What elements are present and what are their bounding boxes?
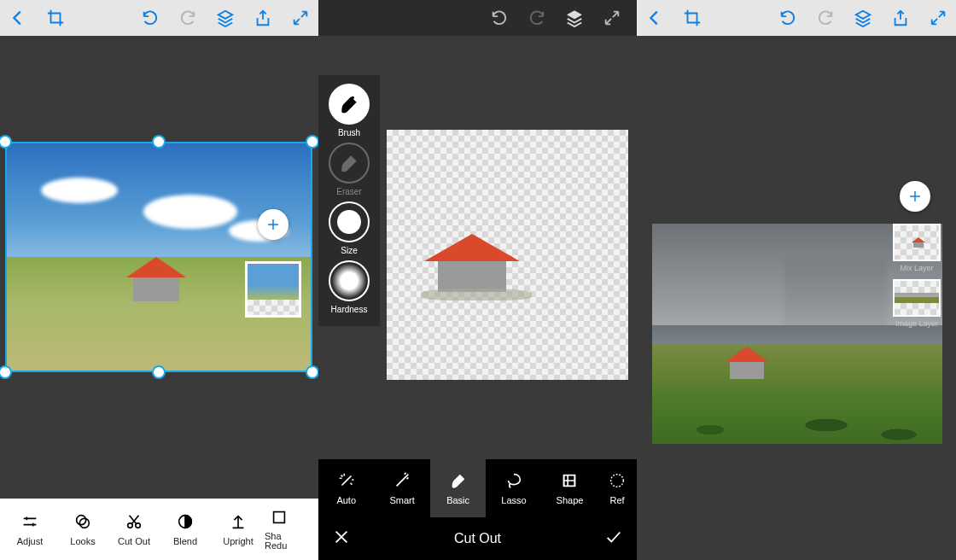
selection-handle-top-right[interactable]	[306, 135, 318, 149]
cutout-mode-bar: Auto Smart Basic Lasso Shape Ref	[318, 459, 637, 517]
mode-lasso[interactable]: Lasso	[486, 459, 541, 517]
cutout-tool[interactable]: Cut Out	[109, 512, 159, 546]
svg-rect-5	[274, 512, 285, 523]
image-layer-label: Image Layer	[895, 319, 938, 328]
size-tool[interactable]: Size	[318, 201, 380, 255]
brush-tool[interactable]: Brush	[318, 84, 380, 137]
redo-icon[interactable]	[528, 9, 546, 27]
hardness-tool[interactable]: Hardness	[318, 260, 380, 314]
top-toolbar	[637, 0, 956, 36]
mode-auto[interactable]: Auto	[318, 459, 374, 517]
mode-smart-label: Smart	[389, 495, 414, 505]
size-label: Size	[341, 246, 357, 255]
adjust-tool[interactable]: Adjust	[3, 512, 56, 546]
layers-icon[interactable]	[216, 9, 235, 27]
panel-composite-view: Mix Layer Image Layer	[637, 0, 956, 560]
blend-label: Blend	[173, 536, 197, 546]
selected-image-canvas[interactable]	[5, 142, 312, 372]
selection-handle-bottom-left[interactable]	[0, 365, 12, 379]
mode-refine-label: Ref	[610, 495, 625, 505]
cutout-title: Cut Out	[454, 531, 501, 546]
layers-icon[interactable]	[854, 9, 872, 27]
panel-cutout-editor: Brush Eraser Size Hardness Auto Smart B	[318, 0, 637, 560]
selection-handle-top-mid[interactable]	[152, 135, 166, 149]
selection-handle-bottom-mid[interactable]	[152, 365, 166, 379]
cutout-label: Cut Out	[118, 536, 150, 546]
cutout-canvas[interactable]	[387, 130, 628, 380]
panel-select-canvas: Adjust Looks Cut Out Blend Upright Sha R…	[0, 0, 318, 560]
layer-stack: Mix Layer Image Layer	[893, 224, 941, 328]
top-toolbar-dark	[318, 0, 637, 36]
adjust-label: Adjust	[17, 536, 44, 546]
mode-smart[interactable]: Smart	[374, 459, 429, 517]
confirm-button[interactable]	[604, 528, 623, 550]
layers-icon[interactable]	[565, 9, 584, 27]
house-graphic	[126, 254, 186, 301]
looks-label: Looks	[70, 536, 95, 546]
redo-icon[interactable]	[178, 9, 197, 27]
mode-auto-label: Auto	[336, 495, 356, 505]
eraser-tool[interactable]: Eraser	[318, 143, 380, 196]
svg-point-7	[611, 475, 624, 487]
bottom-toolbar: Adjust Looks Cut Out Blend Upright Sha R…	[0, 499, 318, 560]
hardness-label: Hardness	[331, 305, 368, 314]
mix-layer-label: Mix Layer	[900, 264, 933, 272]
mode-refine[interactable]: Ref	[598, 459, 637, 517]
undo-icon[interactable]	[141, 9, 160, 27]
selection-handle-bottom-right[interactable]	[306, 365, 318, 379]
cancel-button[interactable]	[332, 528, 351, 550]
shake-reduction-tool[interactable]: Sha Redu	[265, 508, 294, 551]
add-layer-button[interactable]	[258, 209, 289, 240]
redo-icon[interactable]	[816, 9, 835, 27]
mode-lasso-label: Lasso	[501, 495, 526, 505]
upright-tool[interactable]: Upright	[212, 512, 265, 546]
brush-label: Brush	[338, 128, 360, 137]
expand-icon[interactable]	[291, 9, 310, 27]
mode-shape[interactable]: Shape	[542, 459, 598, 517]
cutout-foreground	[421, 232, 523, 300]
expand-icon[interactable]	[603, 9, 621, 27]
upright-label: Upright	[223, 536, 253, 546]
undo-icon[interactable]	[490, 9, 509, 27]
looks-tool[interactable]: Looks	[56, 512, 109, 546]
cutout-title-bar: Cut Out	[318, 517, 637, 560]
undo-icon[interactable]	[778, 9, 797, 27]
shake-label-2: Redu	[265, 541, 287, 551]
brush-tool-column: Brush Eraser Size Hardness	[318, 75, 380, 326]
back-icon[interactable]	[9, 9, 27, 27]
mix-layer-card[interactable]: Mix Layer	[893, 224, 941, 272]
share-icon[interactable]	[891, 9, 910, 27]
add-layer-button[interactable]	[900, 181, 930, 212]
svg-point-6	[352, 96, 354, 99]
mode-basic-label: Basic	[446, 495, 469, 505]
pasted-house	[725, 343, 769, 379]
blend-tool[interactable]: Blend	[159, 512, 212, 546]
expand-icon[interactable]	[929, 9, 947, 27]
mode-basic[interactable]: Basic	[430, 459, 486, 517]
layer-thumbnail[interactable]	[245, 261, 301, 318]
top-toolbar	[0, 0, 318, 36]
crop-icon[interactable]	[683, 9, 702, 27]
share-icon[interactable]	[254, 9, 272, 27]
mode-shape-label: Shape	[557, 495, 584, 505]
eraser-label: Eraser	[336, 187, 361, 196]
crop-icon[interactable]	[46, 9, 65, 27]
image-layer-card[interactable]: Image Layer	[893, 279, 941, 328]
back-icon[interactable]	[645, 9, 664, 27]
